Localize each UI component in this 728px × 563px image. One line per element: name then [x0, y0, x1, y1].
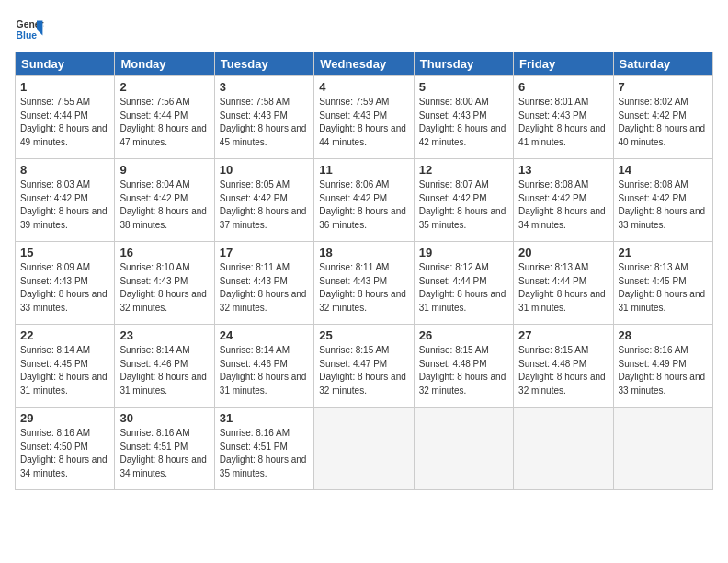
sunrise-label: Sunrise: 7:58 AM — [220, 97, 290, 107]
day-info: Sunrise: 7:59 AM Sunset: 4:43 PM Dayligh… — [319, 96, 408, 149]
day-number: 15 — [20, 246, 109, 259]
calendar-cell — [414, 408, 513, 490]
calendar-table: SundayMondayTuesdayWednesdayThursdayFrid… — [15, 52, 713, 490]
svg-text:Blue: Blue — [17, 30, 38, 40]
calendar-cell: 26 Sunrise: 8:15 AM Sunset: 4:48 PM Dayl… — [414, 325, 513, 408]
day-info: Sunrise: 8:10 AM Sunset: 4:43 PM Dayligh… — [119, 261, 209, 315]
daylight-label: Daylight: 8 hours and 34 minutes. — [119, 454, 207, 478]
sunrise-label: Sunrise: 8:10 AM — [119, 262, 189, 272]
daylight-label: Daylight: 8 hours and 42 minutes. — [419, 123, 506, 147]
daylight-label: Daylight: 8 hours and 41 minutes. — [518, 123, 606, 147]
sunset-label: Sunset: 4:44 PM — [119, 110, 188, 121]
sunrise-label: Sunrise: 8:06 AM — [319, 179, 389, 190]
day-info: Sunrise: 8:14 AM Sunset: 4:46 PM Dayligh… — [119, 344, 209, 397]
sunrise-label: Sunrise: 8:12 AM — [419, 262, 489, 272]
daylight-label: Daylight: 8 hours and 32 minutes. — [220, 289, 307, 313]
calendar-cell: 16 Sunrise: 8:10 AM Sunset: 4:43 PM Dayl… — [115, 242, 214, 325]
day-number: 8 — [20, 163, 109, 177]
sunrise-label: Sunrise: 8:03 AM — [20, 179, 90, 190]
daylight-label: Daylight: 8 hours and 33 minutes. — [619, 206, 706, 230]
day-info: Sunrise: 7:55 AM Sunset: 4:44 PM Dayligh… — [20, 96, 109, 149]
weekday-header-saturday: Saturday — [613, 52, 712, 76]
day-info: Sunrise: 8:13 AM Sunset: 4:45 PM Dayligh… — [619, 261, 708, 315]
day-info: Sunrise: 8:09 AM Sunset: 4:43 PM Dayligh… — [20, 261, 109, 315]
calendar-cell: 19 Sunrise: 8:12 AM Sunset: 4:44 PM Dayl… — [414, 242, 513, 325]
daylight-label: Daylight: 8 hours and 31 minutes. — [518, 289, 606, 313]
daylight-label: Daylight: 8 hours and 35 minutes. — [220, 454, 307, 478]
calendar-cell — [514, 408, 613, 490]
daylight-label: Daylight: 8 hours and 35 minutes. — [419, 206, 506, 230]
sunset-label: Sunset: 4:44 PM — [518, 276, 586, 286]
day-number: 6 — [518, 80, 608, 94]
weekday-header-wednesday: Wednesday — [314, 52, 414, 76]
sunrise-label: Sunrise: 8:16 AM — [20, 428, 90, 438]
daylight-label: Daylight: 8 hours and 32 minutes. — [119, 289, 207, 313]
sunrise-label: Sunrise: 8:08 AM — [619, 179, 688, 190]
day-number: 20 — [518, 246, 608, 259]
sunrise-label: Sunrise: 8:07 AM — [419, 179, 489, 190]
day-info: Sunrise: 8:03 AM Sunset: 4:42 PM Dayligh… — [20, 178, 109, 232]
day-number: 9 — [119, 163, 209, 177]
day-info: Sunrise: 8:13 AM Sunset: 4:44 PM Dayligh… — [518, 261, 608, 315]
day-number: 11 — [319, 163, 408, 177]
daylight-label: Daylight: 8 hours and 34 minutes. — [518, 206, 606, 230]
sunrise-label: Sunrise: 8:13 AM — [518, 262, 588, 272]
calendar-cell: 14 Sunrise: 8:08 AM Sunset: 4:42 PM Dayl… — [613, 159, 712, 242]
sunset-label: Sunset: 4:42 PM — [619, 110, 687, 121]
day-number: 3 — [220, 80, 309, 94]
day-number: 30 — [119, 411, 209, 425]
calendar-cell: 23 Sunrise: 8:14 AM Sunset: 4:46 PM Dayl… — [115, 325, 214, 408]
calendar-cell: 4 Sunrise: 7:59 AM Sunset: 4:43 PM Dayli… — [314, 76, 414, 159]
calendar-cell: 6 Sunrise: 8:01 AM Sunset: 4:43 PM Dayli… — [514, 76, 613, 159]
page-header: General Blue — [15, 15, 713, 44]
sunset-label: Sunset: 4:42 PM — [319, 193, 387, 203]
sunset-label: Sunset: 4:46 PM — [220, 359, 288, 369]
day-info: Sunrise: 8:11 AM Sunset: 4:43 PM Dayligh… — [319, 261, 408, 315]
day-info: Sunrise: 8:02 AM Sunset: 4:42 PM Dayligh… — [619, 96, 708, 149]
calendar-cell: 1 Sunrise: 7:55 AM Sunset: 4:44 PM Dayli… — [16, 76, 115, 159]
sunset-label: Sunset: 4:43 PM — [419, 110, 487, 121]
day-info: Sunrise: 8:05 AM Sunset: 4:42 PM Dayligh… — [220, 178, 309, 232]
daylight-label: Daylight: 8 hours and 40 minutes. — [619, 123, 706, 147]
calendar-cell: 13 Sunrise: 8:08 AM Sunset: 4:42 PM Dayl… — [514, 159, 613, 242]
day-info: Sunrise: 8:07 AM Sunset: 4:42 PM Dayligh… — [419, 178, 508, 232]
sunset-label: Sunset: 4:43 PM — [20, 276, 88, 286]
sunset-label: Sunset: 4:43 PM — [220, 110, 288, 121]
sunrise-label: Sunrise: 8:11 AM — [220, 262, 290, 272]
daylight-label: Daylight: 8 hours and 31 minutes. — [220, 372, 307, 396]
calendar-cell: 24 Sunrise: 8:14 AM Sunset: 4:46 PM Dayl… — [214, 325, 313, 408]
day-number: 25 — [319, 328, 408, 342]
day-number: 17 — [220, 246, 309, 259]
daylight-label: Daylight: 8 hours and 32 minutes. — [419, 372, 506, 396]
day-info: Sunrise: 7:56 AM Sunset: 4:44 PM Dayligh… — [119, 96, 209, 149]
sunrise-label: Sunrise: 8:16 AM — [119, 428, 189, 438]
daylight-label: Daylight: 8 hours and 38 minutes. — [119, 206, 207, 230]
day-number: 26 — [419, 328, 508, 342]
day-number: 13 — [518, 163, 608, 177]
day-info: Sunrise: 8:16 AM Sunset: 4:50 PM Dayligh… — [20, 427, 109, 480]
sunset-label: Sunset: 4:42 PM — [518, 193, 586, 203]
day-info: Sunrise: 8:16 AM Sunset: 4:51 PM Dayligh… — [119, 427, 209, 480]
day-number: 1 — [20, 80, 109, 94]
day-number: 31 — [220, 411, 309, 425]
calendar-cell: 18 Sunrise: 8:11 AM Sunset: 4:43 PM Dayl… — [314, 242, 414, 325]
day-number: 7 — [619, 80, 708, 94]
daylight-label: Daylight: 8 hours and 36 minutes. — [319, 206, 406, 230]
sunset-label: Sunset: 4:42 PM — [619, 193, 687, 203]
logo: General Blue — [15, 15, 48, 44]
day-number: 2 — [119, 80, 209, 94]
calendar-cell: 29 Sunrise: 8:16 AM Sunset: 4:50 PM Dayl… — [16, 408, 115, 490]
calendar-cell: 10 Sunrise: 8:05 AM Sunset: 4:42 PM Dayl… — [214, 159, 313, 242]
daylight-label: Daylight: 8 hours and 39 minutes. — [20, 206, 108, 230]
day-number: 24 — [220, 328, 309, 342]
sunset-label: Sunset: 4:42 PM — [419, 193, 487, 203]
calendar-cell: 11 Sunrise: 8:06 AM Sunset: 4:42 PM Dayl… — [314, 159, 414, 242]
calendar-cell — [613, 408, 712, 490]
day-info: Sunrise: 8:00 AM Sunset: 4:43 PM Dayligh… — [419, 96, 508, 149]
calendar-cell: 15 Sunrise: 8:09 AM Sunset: 4:43 PM Dayl… — [16, 242, 115, 325]
logo-icon: General Blue — [15, 15, 44, 44]
day-info: Sunrise: 8:04 AM Sunset: 4:42 PM Dayligh… — [119, 178, 209, 232]
calendar-cell: 27 Sunrise: 8:15 AM Sunset: 4:48 PM Dayl… — [514, 325, 613, 408]
sunrise-label: Sunrise: 8:14 AM — [119, 345, 189, 355]
daylight-label: Daylight: 8 hours and 31 minutes. — [20, 372, 108, 396]
